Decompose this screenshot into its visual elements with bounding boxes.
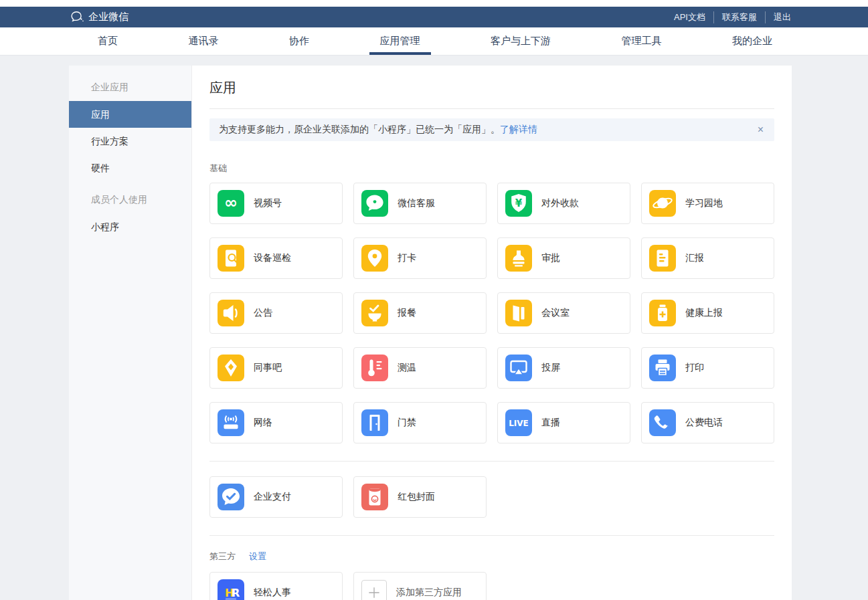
app-card[interactable]: 公告 bbox=[209, 292, 343, 334]
app-card[interactable]: 设备巡检 bbox=[209, 237, 343, 279]
primary-nav: 首页通讯录协作应用管理客户与上下游管理工具我的企业 bbox=[0, 27, 868, 56]
nav-tab-1[interactable]: 通讯录 bbox=[171, 27, 236, 55]
print-icon bbox=[649, 355, 676, 381]
sidebar-item[interactable]: 行业方案 bbox=[69, 128, 191, 155]
app-card[interactable]: 报餐 bbox=[353, 292, 487, 334]
app-label: 打卡 bbox=[398, 252, 416, 264]
section-label-basic: 基础 bbox=[209, 163, 774, 175]
app-card[interactable]: 公费电话 bbox=[641, 402, 774, 443]
app-card[interactable]: 审批 bbox=[497, 237, 630, 279]
page-body: 企业应用应用行业方案硬件成员个人使用小程序 应用 为支持更多能力，原企业关联添加… bbox=[69, 66, 792, 600]
app-card[interactable]: 会议室 bbox=[497, 292, 630, 334]
learn-more-link[interactable]: 了解详情 bbox=[500, 124, 537, 136]
app-label: 轻松人事 bbox=[254, 587, 291, 599]
red-packet-icon bbox=[361, 484, 388, 510]
settings-link[interactable]: 设置 bbox=[249, 551, 266, 563]
app-label: 红包封面 bbox=[398, 491, 435, 503]
section-divider bbox=[209, 461, 774, 462]
app-card[interactable]: 网络 bbox=[209, 402, 343, 443]
app-label: 视频号 bbox=[254, 197, 282, 209]
third-party-app-grid: HR轻松人事添加第三方应用 bbox=[209, 572, 774, 600]
app-label: 学习园地 bbox=[685, 197, 723, 209]
network-icon bbox=[218, 409, 244, 436]
app-card[interactable]: 汇报 bbox=[641, 237, 774, 279]
app-label: 直播 bbox=[541, 417, 560, 429]
app-card[interactable]: 企业支付 bbox=[209, 476, 343, 518]
channels-icon: ∞ bbox=[218, 190, 244, 217]
svg-text:¥: ¥ bbox=[515, 197, 523, 209]
app-card[interactable]: 打卡 bbox=[353, 237, 487, 279]
collect-payment-icon: ¥ bbox=[505, 190, 532, 217]
nav-tab-6[interactable]: 我的企业 bbox=[715, 27, 790, 55]
sidebar-group-0: 企业应用应用行业方案硬件 bbox=[69, 73, 191, 181]
app-label: 会议室 bbox=[541, 307, 570, 319]
phone-icon bbox=[649, 409, 676, 436]
header-link-1[interactable]: 联系客服 bbox=[713, 11, 765, 23]
temperature-icon bbox=[361, 355, 388, 381]
title-divider bbox=[209, 108, 774, 109]
hr-icon: HR bbox=[218, 579, 244, 600]
app-card[interactable]: 红包封面 bbox=[353, 476, 487, 518]
app-card[interactable]: 打印 bbox=[641, 347, 774, 389]
notice-text: 为支持更多能力，原企业关联添加的「小程序」已统一为「应用」。 bbox=[219, 124, 500, 136]
device-inspect-icon bbox=[218, 245, 244, 272]
app-label: 门禁 bbox=[398, 417, 416, 429]
app-card[interactable]: 微信客服 bbox=[353, 183, 487, 224]
checkin-icon bbox=[361, 245, 388, 272]
logo[interactable]: 企业微信 bbox=[70, 11, 128, 23]
app-label: 健康上报 bbox=[685, 307, 723, 319]
sidebar: 企业应用应用行业方案硬件成员个人使用小程序 bbox=[69, 66, 192, 600]
app-label: 公费电话 bbox=[685, 417, 723, 429]
approval-icon bbox=[505, 245, 532, 272]
app-label: 报餐 bbox=[398, 307, 416, 319]
app-card[interactable]: ∞视频号 bbox=[209, 183, 343, 224]
nav-tab-4[interactable]: 客户与上下游 bbox=[473, 27, 568, 55]
app-card[interactable]: HR轻松人事 bbox=[209, 572, 343, 600]
app-label: 投屏 bbox=[541, 362, 560, 374]
app-card[interactable]: ¥对外收款 bbox=[497, 183, 630, 224]
app-label: 对外收款 bbox=[541, 197, 579, 209]
app-card[interactable]: 学习园地 bbox=[641, 183, 774, 224]
sidebar-group-header: 企业应用 bbox=[69, 73, 191, 101]
header-link-0[interactable]: API文档 bbox=[666, 11, 713, 23]
nav-tab-2[interactable]: 协作 bbox=[272, 27, 327, 55]
nav-tabs: 首页通讯录协作应用管理客户与上下游管理工具我的企业 bbox=[80, 27, 790, 55]
app-label: 测温 bbox=[398, 362, 416, 374]
nav-tab-3[interactable]: 应用管理 bbox=[363, 27, 438, 55]
nav-tab-0[interactable]: 首页 bbox=[80, 27, 135, 55]
header-link-2[interactable]: 退出 bbox=[765, 11, 791, 23]
sidebar-item[interactable]: 小程序 bbox=[69, 213, 191, 240]
app-label: 打印 bbox=[685, 362, 704, 374]
meal-icon bbox=[361, 300, 388, 326]
app-card[interactable]: 投屏 bbox=[497, 347, 630, 389]
plus-icon bbox=[361, 580, 387, 600]
app-label: 公告 bbox=[254, 307, 272, 319]
sidebar-group-header: 成员个人使用 bbox=[69, 185, 191, 213]
app-card[interactable]: 同事吧 bbox=[209, 347, 343, 389]
app-card[interactable]: LIVE直播 bbox=[497, 402, 630, 443]
report-icon bbox=[649, 245, 676, 272]
app-card[interactable]: 测温 bbox=[353, 347, 487, 389]
basic-app-grid: ∞视频号微信客服¥对外收款学习园地设备巡检打卡审批汇报公告报餐会议室健康上报同事… bbox=[209, 183, 774, 443]
colleague-bar-icon bbox=[218, 355, 244, 381]
announcement-icon bbox=[218, 300, 244, 326]
top-strip bbox=[0, 0, 868, 7]
app-card[interactable]: 门禁 bbox=[353, 402, 487, 443]
meeting-room-icon bbox=[505, 300, 532, 326]
wechat-kf-icon bbox=[361, 190, 388, 217]
svg-text:R: R bbox=[232, 587, 240, 599]
logo-text: 企业微信 bbox=[88, 11, 128, 23]
wecom-bubble-icon bbox=[70, 11, 84, 23]
app-card[interactable]: 健康上报 bbox=[641, 292, 774, 334]
sidebar-item[interactable]: 硬件 bbox=[69, 155, 191, 181]
app-card[interactable]: 添加第三方应用 bbox=[353, 572, 487, 600]
app-label: 同事吧 bbox=[254, 362, 282, 374]
nav-tab-5[interactable]: 管理工具 bbox=[604, 27, 679, 55]
sidebar-item[interactable]: 应用 bbox=[69, 101, 191, 128]
app-label: 企业支付 bbox=[254, 491, 291, 503]
app-label: 添加第三方应用 bbox=[396, 587, 462, 599]
svg-text:LIVE: LIVE bbox=[509, 419, 529, 428]
door-access-icon bbox=[361, 409, 388, 436]
close-icon[interactable]: × bbox=[756, 124, 765, 135]
header-links: API文档联系客服退出 bbox=[666, 11, 791, 23]
